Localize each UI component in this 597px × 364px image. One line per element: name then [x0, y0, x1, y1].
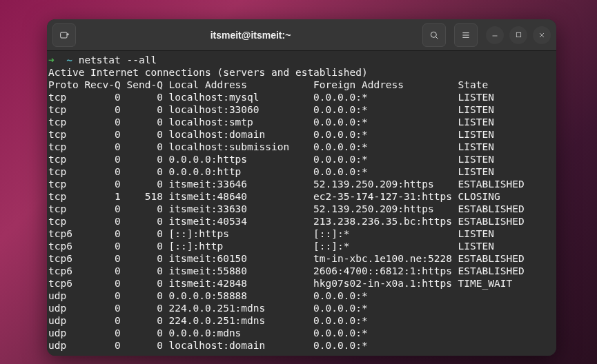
output-row: udp 0 0 224.0.0.251:mdns 0.0.0.0:*	[48, 315, 368, 326]
output-row: udp 0 0 0.0.0.0:58888 0.0.0.0:*	[48, 290, 368, 301]
output-row: tcp 0 0 itsmeit:33646 52.139.250.209:htt…	[48, 179, 525, 190]
output-row: tcp 0 0 0.0.0.0:http 0.0.0.0:* LISTEN	[48, 166, 494, 177]
output-row: tcp 1 518 itsmeit:48640 ec2-35-174-127-3…	[48, 191, 500, 202]
search-button[interactable]	[422, 23, 446, 47]
search-icon	[429, 30, 440, 41]
output-row: udp 0 0 224.0.0.251:mdns 0.0.0.0:*	[48, 303, 368, 314]
output-row: tcp 0 0 itsmeit:33630 52.139.250.209:htt…	[48, 203, 525, 214]
output-row: udp 0 0 localhost:domain 0.0.0.0:*	[48, 340, 368, 351]
output-row: tcp 0 0 localhost:mysql 0.0.0.0:* LISTEN	[48, 92, 494, 103]
output-row: tcp6 0 0 itsmeit:55880 2606:4700::6812:1…	[48, 265, 525, 276]
terminal-window: itsmeit@itsmeit:~	[47, 19, 556, 356]
command-text: netstat --all	[79, 54, 157, 65]
output-row: tcp6 0 0 [::]:http [::]:* LISTEN	[48, 241, 494, 252]
prompt-arrow: ➜	[48, 54, 55, 65]
output-columns: Proto Recv-Q Send-Q Local Address Foreig…	[48, 79, 488, 90]
minimize-icon	[491, 31, 499, 39]
output-row: tcp 0 0 itsmeit:40534 213.238.236.35.bc:…	[48, 216, 525, 227]
output-row: tcp6 0 0 itsmeit:60150 tm-in-xbc.1e100.n…	[48, 253, 525, 264]
svg-line-2	[436, 37, 438, 39]
menu-button[interactable]	[454, 23, 478, 47]
maximize-button[interactable]	[509, 26, 527, 44]
titlebar: itsmeit@itsmeit:~	[47, 19, 556, 51]
prompt-cwd: ~	[66, 54, 72, 65]
close-icon	[538, 31, 546, 39]
terminal-body[interactable]: ➜ ~ netstat --all Active Internet connec…	[47, 51, 556, 356]
new-tab-button[interactable]	[52, 23, 76, 47]
output-row: tcp6 0 0 itsmeit:42848 hkg07s02-in-x0a.1…	[48, 278, 512, 289]
window-title: itsmeit@itsmeit:~	[79, 30, 422, 41]
output-row: tcp 0 0 localhost:domain 0.0.0.0:* LISTE…	[48, 129, 494, 140]
output-row: tcp 0 0 localhost:33060 0.0.0.0:* LISTEN	[48, 104, 494, 115]
titlebar-right	[422, 23, 551, 47]
output-row: tcp 0 0 localhost:smtp 0.0.0.0:* LISTEN	[48, 117, 494, 128]
close-button[interactable]	[533, 26, 551, 44]
new-tab-icon	[59, 30, 70, 41]
titlebar-left	[52, 23, 79, 47]
output-row: tcp6 0 0 [::]:https [::]:* LISTEN	[48, 228, 494, 239]
output-header: Active Internet connections (servers and…	[48, 67, 368, 78]
hamburger-icon	[460, 30, 471, 41]
svg-point-1	[431, 32, 436, 37]
output-row: tcp 0 0 0.0.0.0:https 0.0.0.0:* LISTEN	[48, 154, 494, 165]
minimize-button[interactable]	[486, 26, 504, 44]
maximize-icon	[515, 31, 522, 39]
output-row: udp 0 0 0.0.0.0:mdns 0.0.0.0:*	[48, 327, 368, 338]
svg-rect-7	[516, 32, 520, 37]
svg-rect-0	[61, 32, 67, 38]
output-row: tcp 0 0 localhost:submission 0.0.0.0:* L…	[48, 141, 494, 152]
